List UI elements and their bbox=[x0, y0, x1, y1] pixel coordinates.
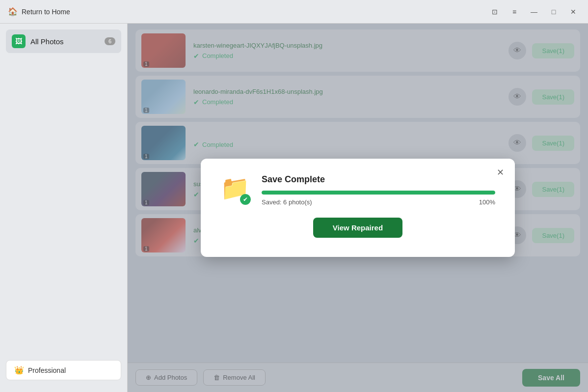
sidebar-item-all-photos[interactable]: 🖼 All Photos 6 bbox=[6, 29, 121, 53]
crown-icon: 👑 bbox=[14, 365, 24, 375]
progress-label: Saved: 6 photo(s) bbox=[262, 198, 312, 206]
view-repaired-button[interactable]: View Repaired bbox=[313, 218, 402, 238]
menu-button[interactable]: ≡ bbox=[508, 5, 521, 19]
progress-bar-fill bbox=[262, 191, 495, 195]
photos-count-badge: 6 bbox=[105, 37, 115, 45]
close-button[interactable]: ✕ bbox=[566, 5, 580, 19]
minimize-button[interactable]: — bbox=[527, 5, 541, 19]
title-bar-controls: ⊡ ≡ — □ ✕ bbox=[488, 5, 580, 19]
professional-button[interactable]: 👑 Professional bbox=[6, 360, 121, 380]
modal-title: Save Complete bbox=[262, 174, 495, 185]
title-bar-left: 🏠 Return to Home bbox=[8, 7, 70, 16]
professional-label: Professional bbox=[28, 366, 66, 374]
sidebar: 🖼 All Photos 6 👑 Professional bbox=[0, 24, 128, 392]
sidebar-bottom: 👑 Professional bbox=[0, 356, 127, 384]
sidebar-label-all-photos: All Photos bbox=[30, 37, 64, 46]
screen-button[interactable]: ⊡ bbox=[488, 5, 502, 19]
progress-percent: 100% bbox=[479, 198, 495, 206]
photos-icon: 🖼 bbox=[12, 34, 26, 48]
title-bar: 🏠 Return to Home ⊡ ≡ — □ ✕ bbox=[0, 0, 588, 24]
title-bar-title: Return to Home bbox=[22, 8, 70, 16]
check-badge: ✔ bbox=[240, 194, 251, 205]
modal-overlay: ✕ 📁 ✔ Save Complete bbox=[128, 24, 588, 392]
main-layout: 🖼 All Photos 6 👑 Professional 1 karsten-… bbox=[0, 24, 588, 392]
modal-icon-area: 📁 ✔ bbox=[220, 174, 252, 206]
home-icon: 🏠 bbox=[8, 7, 18, 16]
content-area: 1 karsten-winegeart-JIQXYJAfjBQ-unsplash… bbox=[128, 24, 588, 392]
progress-info: Saved: 6 photo(s) 100% bbox=[262, 198, 495, 206]
modal-close-button[interactable]: ✕ bbox=[493, 166, 507, 179]
save-complete-modal: ✕ 📁 ✔ Save Complete bbox=[201, 159, 515, 257]
maximize-button[interactable]: □ bbox=[547, 5, 561, 19]
progress-bar-container bbox=[262, 191, 495, 195]
sidebar-top: 🖼 All Photos 6 bbox=[0, 24, 127, 59]
modal-actions: View Repaired bbox=[220, 218, 495, 238]
